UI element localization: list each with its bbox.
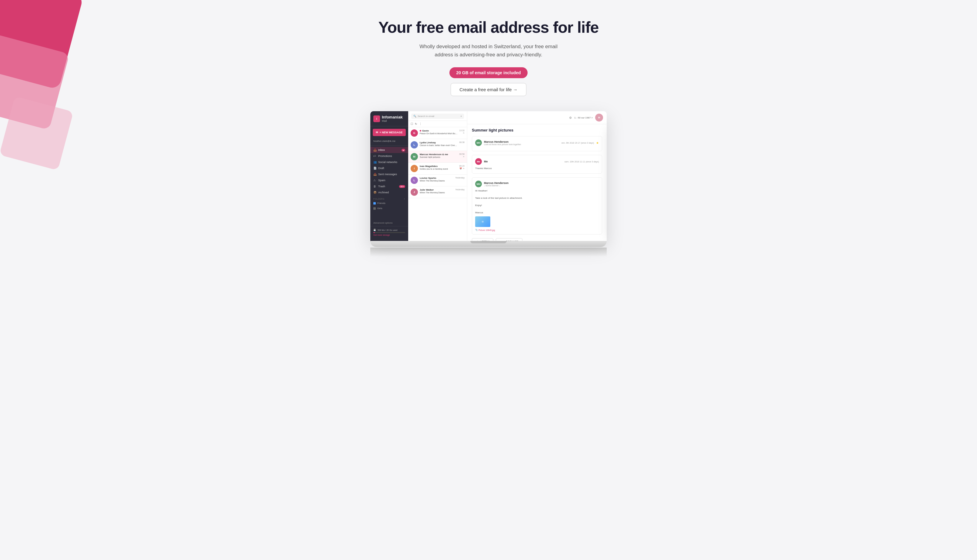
email-item-lydia[interactable]: L Lydia Lindsay Carson is back, better t…	[408, 139, 467, 151]
thread-avatar: MH	[475, 181, 482, 187]
trash-icon: 🗑	[373, 185, 376, 188]
email-meta: 08:38	[459, 141, 465, 143]
page-title: Your free email address for life	[378, 18, 599, 37]
trash-badge: 40+	[399, 185, 405, 188]
app-name: Infomaniak	[382, 115, 403, 119]
email-sender: Gavin	[420, 129, 457, 132]
sidebar-item-inbox[interactable]: 📥 Inbox ●	[370, 147, 408, 153]
search-icon: 🔍	[413, 115, 416, 118]
attachment-label[interactable]: 📎 Picture 10849.jpg	[475, 229, 599, 231]
sidebar-sent-label: Sent messages	[378, 173, 397, 176]
email-time: 13:32	[459, 129, 465, 132]
thread-msg-header: MH Marcus Henderson Look at those nice p…	[475, 139, 599, 146]
email-content: Julie Walker When The Morning Dawns	[420, 188, 453, 193]
create-email-button[interactable]: Create a free email for life →	[451, 83, 526, 96]
attachment-filename: Picture 10849.jpg	[478, 229, 495, 231]
add-folder-icon[interactable]: +	[403, 198, 405, 200]
search-input[interactable]: Search in email	[418, 115, 434, 118]
thread-sender-info: Me	[484, 160, 562, 163]
get-more-storage-link[interactable]: Get more storage	[373, 234, 405, 236]
avatar: I	[411, 165, 418, 172]
email-flag-icon: ⚑	[463, 132, 465, 135]
email-time: 08:58	[459, 153, 465, 155]
avatar: L	[411, 177, 418, 184]
storage-badge[interactable]: 20 GB of email storage included	[449, 67, 527, 78]
email-item-julie[interactable]: J Julie Walker When The Morning Dawns Ye…	[408, 187, 467, 198]
thread-sender-info: Marcus Henderson ↓ kDrive Berner ↓	[484, 182, 599, 187]
new-message-label: + NEW MESSAGE	[379, 131, 402, 134]
avatar: M	[411, 153, 418, 160]
promotions-icon: 🏷	[373, 155, 376, 158]
sidebar-item-social[interactable]: 👥 Social networks	[370, 159, 408, 165]
sidebar-item-spam[interactable]: ⚠ Spam	[370, 177, 408, 183]
email-list-panel: 🔍 Search in email ▾ ☐ ↻ ⋮ G	[408, 111, 467, 242]
sidebar-item-sent[interactable]: 📤 Sent messages	[370, 171, 408, 177]
sidebar-archived-label: Archived	[378, 191, 389, 194]
more-options-icon[interactable]: ⋮	[419, 122, 422, 125]
unread-dot	[420, 130, 421, 132]
laptop-base	[370, 241, 607, 247]
sidebar-item-trash[interactable]: 🗑 Trash 40+	[370, 183, 408, 189]
flag-icon: ⚑	[463, 156, 465, 158]
email-reading-pane: ⚙ 1 - 50 sur 1987 > H Summer light pictu…	[467, 111, 607, 242]
storage-label: 500 Mo / 20 Go used	[378, 229, 397, 231]
thread-msg-header: Me Me sam. 10th 2018 11:11 (since 3 days…	[475, 158, 599, 165]
email-item-gavin[interactable]: G Gavin Peace On Earth A Wonderful Wish …	[408, 127, 467, 139]
email-content: Lydia Lindsay Carson is back, better tha…	[420, 141, 457, 147]
draft-icon: 📄	[373, 167, 376, 170]
email-time: Yesterday	[455, 188, 465, 191]
email-sender: Louise Sparks	[420, 177, 453, 179]
email-subject: Peace On Earth A Wonderful Wish But No..…	[420, 132, 457, 135]
thread-subject: Summer light pictures	[472, 128, 602, 132]
refresh-icon[interactable]: ↻	[415, 122, 417, 125]
email-content: Marcus Henderson & me Summer light pictu…	[420, 153, 457, 158]
email-item-louise[interactable]: L Louise Sparks When The Morning Dawns Y…	[408, 175, 467, 187]
email-time: 06:24	[459, 165, 465, 167]
email-subject: Summer light pictures	[420, 156, 457, 158]
thread-msg-body: Hi Heather!Take a look of the last pictu…	[475, 189, 599, 215]
thread-sender-sub: Look at those nice picture took together	[484, 143, 559, 145]
email-content: Ivan Magalhães Invites you to a meeting …	[420, 165, 457, 170]
thread-message-1: MH Marcus Henderson Look at those nice p…	[472, 136, 602, 151]
advanced-options-link[interactable]: Advanced options	[370, 220, 408, 226]
sidebar-social-label: Social networks	[378, 161, 397, 163]
app-product: Mail	[382, 119, 403, 122]
sidebar-promotions-label: Promotions	[378, 155, 392, 158]
email-sender: Ivan Magalhães	[420, 165, 457, 168]
reading-header-actions: ⚙ 1 - 50 sur 1987 > H	[569, 113, 603, 122]
hero-subtitle: Wholly developed and hosted in Switzerla…	[413, 42, 564, 59]
sidebar-item-archived[interactable]: 📦 Archived	[370, 189, 408, 195]
email-meta: 08:58 ⚑	[459, 153, 465, 158]
sidebar-inbox-label: Inbox	[378, 148, 385, 152]
sidebar-trash-label: Trash	[378, 185, 385, 188]
sidebar-header: i Infomaniak Mail	[370, 115, 408, 127]
select-all-checkbox[interactable]: ☐	[411, 122, 413, 125]
attachment-icon: 📎	[475, 229, 478, 231]
search-box[interactable]: 🔍 Search in email ▾	[411, 113, 464, 119]
flag-icon: ⚑	[463, 168, 465, 170]
new-message-button[interactable]: ✉ + NEW MESSAGE	[373, 129, 406, 136]
platform-shadow	[370, 248, 607, 257]
email-item-ivan[interactable]: I Ivan Magalhães Invites you to a meetin…	[408, 163, 467, 175]
laptop-notch	[470, 241, 507, 243]
folder-icon	[373, 202, 376, 205]
email-list-items: G Gavin Peace On Earth A Wonderful Wish …	[408, 127, 467, 242]
settings-icon[interactable]: ⚙	[569, 116, 572, 119]
sidebar-item-draft[interactable]: 📄 Draft	[370, 165, 408, 171]
email-time: Yesterday	[455, 177, 465, 179]
sidebar-folder-girls[interactable]: Girls	[370, 206, 408, 211]
thread-message-3: MH Marcus Henderson ↓ kDrive Berner ↓ Hi…	[472, 177, 602, 235]
folders-section-title: FOLDERS +	[370, 195, 408, 201]
email-item-marcus[interactable]: M Marcus Henderson & me Summer light pic…	[408, 151, 467, 163]
avatar: L	[411, 141, 418, 148]
sidebar-folder-friends[interactable]: Friends	[370, 201, 408, 206]
star-icon[interactable]: ★	[596, 141, 599, 145]
sidebar-item-promotions[interactable]: 🏷 Promotions	[370, 153, 408, 159]
sidebar-storage: 💾 500 Mo / 20 Go used Get more storage	[370, 226, 408, 238]
inbox-badge: ●	[402, 149, 405, 152]
email-sender: Julie Walker	[420, 188, 453, 191]
email-subject: Carson is back, better than ever! Over a…	[420, 144, 457, 147]
mockup-area: i Infomaniak Mail ✉ + NEW MESSAGE heathe…	[370, 111, 607, 257]
avatar: G	[411, 129, 418, 137]
archive-icon: 📦	[373, 191, 376, 194]
